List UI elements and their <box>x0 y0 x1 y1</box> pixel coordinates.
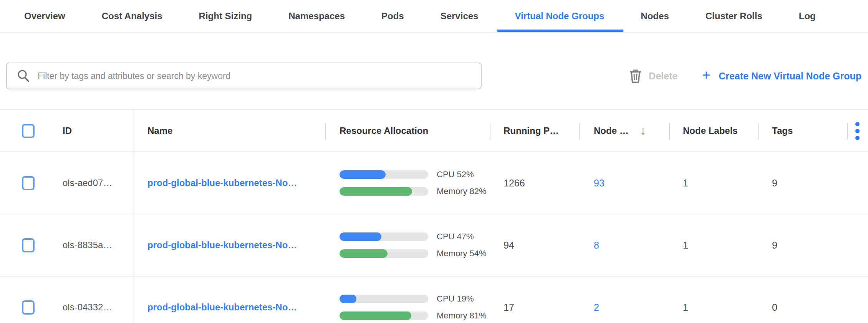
cpu-usage-bar <box>340 295 428 303</box>
search-icon <box>17 69 30 82</box>
column-header-resource-allocation[interactable]: Resource Allocation <box>325 110 490 152</box>
filter-search-input[interactable] <box>38 63 481 89</box>
column-header-node-labels[interactable]: Node Labels <box>669 110 758 152</box>
trash-icon <box>629 69 642 83</box>
tab-log[interactable]: Log <box>799 0 816 32</box>
memory-usage-label: Memory 82% <box>437 186 487 196</box>
table-body: ols-aed07… prod-global-blue-kubernetes-N… <box>0 152 868 323</box>
tags-value: 0 <box>772 302 777 313</box>
row-name-link[interactable]: prod-global-blue-kubernetes-No… <box>147 302 297 313</box>
memory-usage-bar <box>340 249 428 258</box>
row-id: ols-8835a… <box>63 240 112 250</box>
row-select-checkbox[interactable] <box>22 176 35 190</box>
running-pods-value: 94 <box>504 240 514 251</box>
memory-usage-bar <box>340 187 428 196</box>
tab-services[interactable]: Services <box>441 0 479 32</box>
tab-label: Cost Analysis <box>102 11 162 21</box>
resource-allocation: CPU 19% Memory 81% <box>340 294 487 321</box>
sort-descending-icon[interactable]: ↓ <box>640 124 646 137</box>
tab-overview[interactable]: Overview <box>24 0 65 32</box>
tab-virtual-node-groups[interactable]: Virtual Node Groups <box>515 0 604 32</box>
memory-usage-label: Memory 54% <box>437 249 487 259</box>
cpu-usage-bar <box>340 232 428 241</box>
select-all-checkbox[interactable] <box>22 124 35 138</box>
tab-cost-analysis[interactable]: Cost Analysis <box>102 0 162 32</box>
column-header-nodes-label: Node … <box>594 125 629 136</box>
nodes-count-link[interactable]: 8 <box>594 240 599 251</box>
tags-value: 9 <box>772 178 777 189</box>
table-row: ols-04332… prod-global-blue-kubernetes-N… <box>0 277 868 323</box>
kebab-menu-icon[interactable] <box>855 122 860 140</box>
column-header-running-pods[interactable]: Running P… <box>490 110 579 152</box>
tab-pods[interactable]: Pods <box>381 0 404 32</box>
row-id: ols-04332… <box>63 302 112 313</box>
create-button-label: Create New Virtual Node Group <box>719 71 861 82</box>
tab-bar: OverviewCost AnalysisRight SizingNamespa… <box>0 0 868 33</box>
plus-icon: + <box>702 68 710 84</box>
tab-label: Nodes <box>641 11 669 21</box>
create-virtual-node-group-button[interactable]: + Create New Virtual Node Group <box>702 68 861 84</box>
tab-namespaces[interactable]: Namespaces <box>288 0 345 32</box>
column-settings-cell <box>847 110 868 152</box>
virtual-node-groups-page: OverviewCost AnalysisRight SizingNamespa… <box>0 0 868 323</box>
filter-search-box[interactable] <box>6 63 482 89</box>
node-labels-value: 1 <box>683 240 688 251</box>
tab-label: Namespaces <box>288 11 345 21</box>
tab-label: Right Sizing <box>199 11 252 21</box>
tags-value: 9 <box>772 240 777 251</box>
row-select-checkbox[interactable] <box>22 238 35 252</box>
tab-label: Cluster Rolls <box>706 11 762 21</box>
tab-right-sizing[interactable]: Right Sizing <box>199 0 252 32</box>
resource-allocation: CPU 52% Memory 82% <box>340 170 487 196</box>
cpu-usage-label: CPU 19% <box>437 294 474 304</box>
tab-label: Pods <box>381 11 404 21</box>
table-header-row: ID Name Resource Allocation Running P… N… <box>0 110 868 152</box>
row-id: ols-aed07… <box>63 178 112 188</box>
toolbar-actions: Delete + Create New Virtual Node Group <box>629 68 861 84</box>
row-select-checkbox[interactable] <box>22 300 35 315</box>
column-header-name[interactable]: Name <box>134 110 325 152</box>
cpu-usage-bar <box>340 170 428 179</box>
cpu-usage-label: CPU 47% <box>437 232 474 242</box>
tab-label: Services <box>441 11 479 21</box>
delete-button[interactable]: Delete <box>629 69 678 83</box>
tab-label: Log <box>799 11 816 21</box>
toolbar: Delete + Create New Virtual Node Group <box>6 63 861 89</box>
column-header-tags[interactable]: Tags <box>758 110 847 152</box>
nodes-count-link[interactable]: 93 <box>594 178 605 189</box>
cpu-usage-label: CPU 52% <box>437 170 474 180</box>
nodes-count-link[interactable]: 2 <box>594 302 599 313</box>
tab-label: Overview <box>24 11 65 21</box>
row-name-link[interactable]: prod-global-blue-kubernetes-No… <box>147 240 297 250</box>
delete-button-label: Delete <box>649 71 678 82</box>
memory-usage-bar <box>340 311 428 320</box>
tab-nodes[interactable]: Nodes <box>641 0 669 32</box>
virtual-node-groups-table: ID Name Resource Allocation Running P… N… <box>0 109 868 323</box>
tab-cluster-rolls[interactable]: Cluster Rolls <box>706 0 762 32</box>
node-labels-value: 1 <box>683 178 688 189</box>
table-row: ols-aed07… prod-global-blue-kubernetes-N… <box>0 152 868 214</box>
column-header-id[interactable]: ID <box>54 110 134 152</box>
row-name-link[interactable]: prod-global-blue-kubernetes-No… <box>147 178 297 188</box>
memory-usage-label: Memory 81% <box>437 311 487 321</box>
running-pods-value: 17 <box>504 302 514 313</box>
column-header-nodes[interactable]: Node … ↓ <box>579 110 669 152</box>
running-pods-value: 1266 <box>504 178 525 189</box>
resource-allocation: CPU 47% Memory 54% <box>340 232 487 259</box>
table-row: ols-8835a… prod-global-blue-kubernetes-N… <box>0 214 868 277</box>
tab-label: Virtual Node Groups <box>515 11 604 21</box>
node-labels-value: 1 <box>683 302 688 313</box>
